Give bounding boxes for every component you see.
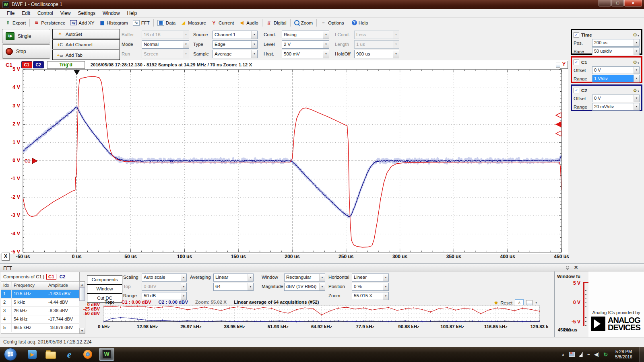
time-value-base[interactable]: 50 us/div: [592, 48, 634, 55]
time-field-base[interactable]: 50 us/div▼: [592, 47, 640, 55]
field-value-sample[interactable]: Average: [213, 50, 251, 58]
scroll-down-icon[interactable]: ▼: [79, 328, 85, 333]
dropdown-arrow-icon[interactable]: ▼: [634, 39, 639, 46]
menu-item-window[interactable]: Window: [99, 9, 124, 17]
start-button[interactable]: [4, 348, 17, 361]
components-button[interactable]: Components: [87, 275, 122, 284]
toolbar-button-help[interactable]: ?Help: [349, 19, 371, 26]
dropdown-arrow-icon[interactable]: ▼: [634, 67, 639, 74]
fft-value-zoom[interactable]: 55.015 X: [352, 292, 383, 300]
fft-tab-c2[interactable]: C2: [60, 274, 66, 279]
fft-tab-c1[interactable]: C1: [46, 274, 56, 280]
add-tab-button[interactable]: +▭ Add Tab: [52, 50, 120, 60]
dropdown-arrow-icon[interactable]: ▼: [383, 283, 388, 290]
field-hyst[interactable]: 500 mV▼: [282, 50, 329, 58]
maximize-button[interactable]: ▢: [611, 0, 624, 6]
toolbar-button-zoom[interactable]: Zoom: [292, 19, 315, 26]
fft-value-col1-row1[interactable]: 64: [214, 283, 248, 290]
taskbar-icon-waveforms[interactable]: W: [99, 348, 114, 361]
x-axis-button[interactable]: X: [2, 253, 10, 261]
fft-column-header-frequency[interactable]: Frequency: [12, 282, 46, 290]
tray-volume-icon[interactable]: ◀): [594, 352, 599, 357]
fft-table-row[interactable]: 566.5 kHz-18.878 dBV: [1, 324, 80, 332]
show-desktop-button[interactable]: [640, 347, 644, 362]
stop-button[interactable]: Stop: [2, 44, 50, 59]
c1-value-range[interactable]: 1 V/div: [592, 75, 634, 82]
dropdown-arrow-icon[interactable]: ▼: [323, 41, 329, 48]
scrollbar-thumb[interactable]: [79, 287, 85, 301]
tray-network-icon[interactable]: ✕: [569, 352, 575, 357]
fft-value-window[interactable]: Rectangular: [285, 274, 319, 281]
menu-item-control[interactable]: Control: [34, 9, 57, 17]
field-cond[interactable]: Rising▼: [282, 31, 329, 39]
taskbar-icon-media-player[interactable]: ▶: [25, 348, 39, 360]
fft-value-averaging[interactable]: Linear: [214, 274, 248, 281]
fft-field-averaging[interactable]: Linear▼: [213, 274, 254, 282]
fft-field-scaling[interactable]: Auto scale▼: [142, 274, 187, 282]
dropdown-arrow-icon[interactable]: ▼: [251, 50, 257, 58]
fft-field-col1-row1[interactable]: 64▼: [213, 283, 254, 291]
fft-field-magnitude[interactable]: dBV (1V RMS)▼: [284, 283, 325, 291]
dropdown-arrow-icon[interactable]: ▼: [183, 41, 189, 48]
time-value-pos[interactable]: 200 us: [592, 39, 634, 46]
fft-column-header-idx[interactable]: Idx: [1, 282, 12, 290]
menu-item-settings[interactable]: Settings: [74, 9, 99, 17]
field-value-source[interactable]: Channel 1: [213, 31, 251, 39]
dropdown-arrow-icon[interactable]: ▼: [634, 103, 639, 110]
field-value-hyst[interactable]: 500 mV: [282, 50, 323, 58]
close-button[interactable]: ×: [624, 0, 642, 6]
field-value-level[interactable]: 2 V: [282, 41, 323, 48]
dropdown-arrow-icon[interactable]: ▼: [323, 50, 329, 58]
time-panel-menu-icon[interactable]: ⚙▼: [633, 32, 640, 38]
field-source[interactable]: Channel 1▼: [213, 31, 258, 39]
toolbar-button-options[interactable]: ≡Options: [318, 19, 347, 27]
scope-tab-c1[interactable]: C1: [21, 61, 32, 68]
c1-panel-menu-icon[interactable]: ⚙▼: [633, 60, 640, 65]
toolbar-button-add-xy[interactable]: xyAdd XY: [68, 19, 97, 26]
field-mode[interactable]: Normal▼: [142, 40, 189, 49]
field-value-type[interactable]: Edge: [213, 41, 251, 48]
c2-value-range[interactable]: 20 mV/div: [592, 103, 634, 110]
c2-panel-menu-icon[interactable]: ⚙▼: [633, 88, 640, 93]
fft-field-horizontal[interactable]: Linear▼: [352, 274, 389, 282]
fft-export-dropdown-icon[interactable]: ▼: [535, 302, 537, 304]
toolbar-button-data[interactable]: ▦Data: [155, 19, 178, 27]
tray-power-icon[interactable]: ⌁: [587, 352, 590, 357]
field-holdoff[interactable]: 900 us▼: [354, 50, 399, 58]
dropdown-arrow-icon[interactable]: ▼: [634, 95, 639, 102]
c2-enable-checkbox[interactable]: ✓: [574, 88, 579, 93]
toolbar-button-measure[interactable]: ◢Measure: [178, 19, 208, 27]
fft-value-position[interactable]: 0 %: [352, 283, 383, 290]
dropdown-arrow-icon[interactable]: ▼: [248, 283, 253, 290]
dropdown-arrow-icon[interactable]: ▼: [383, 274, 388, 281]
tray-clock[interactable]: 5:28 PM 5/8/2016: [615, 349, 632, 360]
fft-value-range[interactable]: 50 dB: [142, 292, 181, 300]
field-level[interactable]: 2 V▼: [282, 40, 329, 49]
fft-field-range[interactable]: 50 dB▼: [142, 292, 187, 300]
toolbar-button-audio[interactable]: ◀Audio: [236, 19, 260, 27]
tray-expand-icon[interactable]: ▲: [561, 353, 565, 356]
tray-sync-icon[interactable]: ↻: [603, 352, 608, 358]
taskbar-icon-explorer[interactable]: [43, 348, 58, 360]
fft-table-row[interactable]: 25 kHz-4.44 dBV: [1, 298, 80, 307]
fft-table-row[interactable]: 110.5 kHz-1.634 dBV: [1, 290, 80, 298]
dropdown-arrow-icon[interactable]: ▼: [383, 292, 388, 300]
field-type[interactable]: Edge▼: [213, 40, 258, 49]
menu-item-file[interactable]: File: [3, 9, 18, 17]
dropdown-arrow-icon[interactable]: ▼: [181, 292, 186, 300]
c1-value-offset[interactable]: 0 V: [592, 67, 634, 74]
tray-signal-icon[interactable]: [579, 352, 583, 357]
toolbar-button-persistence[interactable]: ≋Persistence: [31, 19, 68, 27]
autoset-button[interactable]: ✶ AutoSet: [52, 29, 120, 39]
taskbar-icon-firefox[interactable]: [80, 348, 95, 360]
menu-item-view[interactable]: View: [57, 9, 74, 17]
field-value-mode[interactable]: Normal: [142, 41, 183, 48]
dropdown-arrow-icon[interactable]: ▼: [248, 274, 253, 281]
dropdown-arrow-icon[interactable]: ▼: [634, 75, 639, 82]
c1-field-offset[interactable]: 0 V▼: [592, 66, 640, 74]
single-button[interactable]: 1▶ Single: [2, 29, 50, 43]
toolbar-button-current[interactable]: YCurrent: [208, 19, 236, 27]
fft-table-row[interactable]: 326 kHz-8.38 dBV: [1, 307, 80, 315]
dropdown-arrow-icon[interactable]: ▼: [393, 50, 399, 58]
toolbar-button-export[interactable]: ⇧Export: [2, 19, 28, 27]
